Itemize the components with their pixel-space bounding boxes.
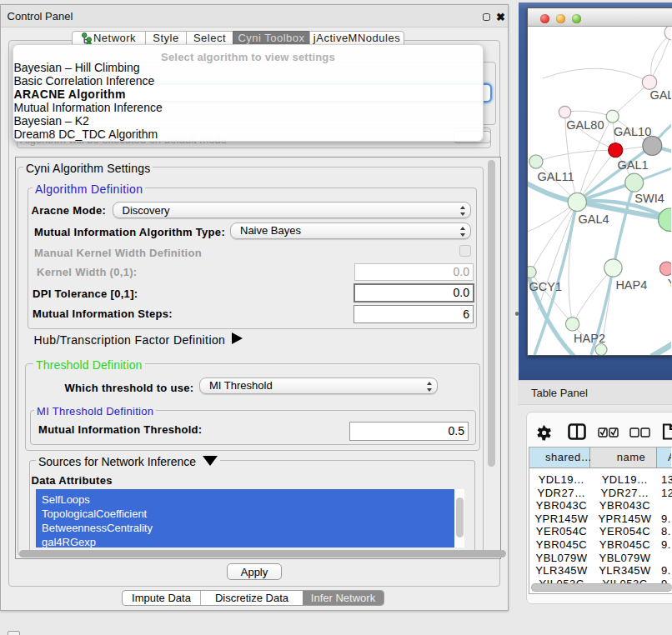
svg-text:GAL80: GAL80 [566,118,604,132]
svg-text:HAP2: HAP2 [574,332,605,345]
svg-text:GCY1: GCY1 [529,280,563,293]
svg-text:GAL1: GAL1 [618,158,649,172]
svg-text:SWI4: SWI4 [634,192,664,205]
svg-text:Y: Y [668,277,671,290]
svg-text:GAL4: GAL4 [579,212,609,226]
svg-text:GAL11: GAL11 [538,170,574,183]
svg-text:GAL10: GAL10 [614,125,651,138]
svg-text:GAL: GAL [649,88,671,102]
svg-text:HAP4: HAP4 [615,278,647,292]
